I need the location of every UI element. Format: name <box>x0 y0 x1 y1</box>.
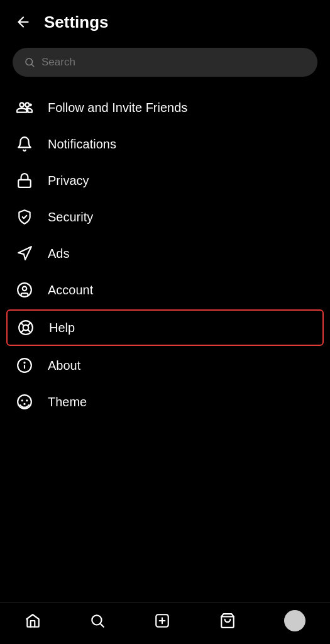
privacy-label: Privacy <box>48 174 89 188</box>
theme-label: Theme <box>48 395 87 409</box>
nav-home[interactable] <box>25 613 41 629</box>
settings-item-security[interactable]: Security <box>0 199 330 235</box>
search-bar[interactable] <box>13 48 317 77</box>
page-title: Settings <box>44 13 109 32</box>
account-label: Account <box>48 283 93 297</box>
settings-item-notifications[interactable]: Notifications <box>0 126 330 162</box>
avatar <box>284 610 305 631</box>
header: Settings <box>0 0 330 39</box>
settings-item-account[interactable]: Account <box>0 272 330 308</box>
svg-point-13 <box>18 395 31 409</box>
svg-line-9 <box>21 330 24 333</box>
info-circle-icon <box>15 357 34 374</box>
svg-line-8 <box>28 323 31 326</box>
back-button[interactable] <box>13 11 34 33</box>
settings-item-about[interactable]: About <box>0 347 330 384</box>
about-label: About <box>48 358 80 373</box>
account-circle-icon <box>15 282 34 298</box>
svg-point-15 <box>26 399 28 401</box>
notifications-label: Notifications <box>48 137 116 152</box>
nav-add[interactable] <box>154 613 170 629</box>
search-icon <box>24 57 35 68</box>
svg-point-3 <box>23 287 27 291</box>
nav-search[interactable] <box>89 613 106 629</box>
nav-shop[interactable] <box>219 613 236 629</box>
settings-item-ads[interactable]: Ads <box>0 235 330 272</box>
settings-item-help[interactable]: Help <box>6 309 324 346</box>
shield-check-icon <box>15 209 34 225</box>
lock-icon <box>15 172 34 189</box>
search-nav-icon <box>89 613 106 629</box>
svg-rect-1 <box>18 180 31 187</box>
svg-point-0 <box>26 58 33 65</box>
svg-point-17 <box>92 615 101 625</box>
settings-item-follow[interactable]: Follow and Invite Friends <box>0 89 330 126</box>
settings-item-privacy[interactable]: Privacy <box>0 162 330 199</box>
svg-point-16 <box>23 403 25 405</box>
lifebuoy-icon <box>16 319 35 336</box>
megaphone-icon <box>15 245 34 262</box>
search-input[interactable] <box>41 56 306 69</box>
settings-list: Follow and Invite Friends Notifications … <box>0 83 330 420</box>
svg-line-6 <box>21 323 24 326</box>
help-label: Help <box>49 321 75 335</box>
ads-label: Ads <box>48 247 69 261</box>
plus-square-icon <box>154 613 170 629</box>
bottom-nav <box>0 602 330 644</box>
nav-profile[interactable] <box>284 610 305 631</box>
palette-icon <box>15 394 34 410</box>
bag-icon <box>219 613 236 629</box>
svg-line-7 <box>28 330 31 333</box>
bell-icon <box>15 136 34 152</box>
settings-item-theme[interactable]: Theme <box>0 384 330 420</box>
security-label: Security <box>48 210 93 225</box>
follow-icon <box>15 99 34 116</box>
home-icon <box>25 613 41 629</box>
svg-point-14 <box>21 399 23 401</box>
follow-label: Follow and Invite Friends <box>48 101 187 115</box>
